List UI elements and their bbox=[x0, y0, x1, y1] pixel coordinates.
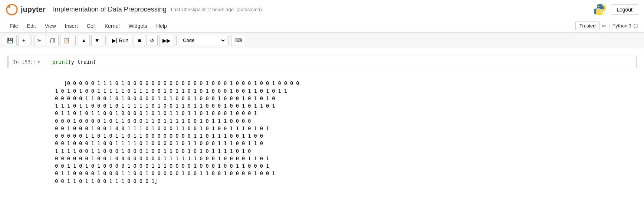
output-line-9: 1 1 1 1 0 0 1 1 0 0 0 1 0 0 0 1 0 0 1 1 … bbox=[52, 148, 251, 154]
stop-button[interactable]: ■ bbox=[134, 35, 145, 46]
cell-label-area: In [53]: ▶ bbox=[9, 56, 49, 68]
toolbar: 💾 + ✂ 📋 ▲ ▼ ▶| Run ■ ↺ ▶▶ Code Markdown … bbox=[0, 33, 644, 48]
python-logo-icon bbox=[593, 3, 607, 16]
output-line-7: 0 0 0 0 0 1 1 0 1 0 1 1 0 1 1 0 0 0 0 0 … bbox=[52, 133, 263, 139]
run-button[interactable]: ▶| Run bbox=[108, 35, 132, 46]
move-up-button[interactable]: ▲ bbox=[78, 35, 90, 46]
jupyter-logo: jupyter bbox=[6, 4, 46, 16]
output-line-5: 0 0 0 1 0 0 0 0 1 0 1 1 0 0 0 1 1 0 1 1 … bbox=[52, 118, 251, 124]
trusted-button[interactable]: Trusted bbox=[575, 22, 600, 30]
kernel-divider: | bbox=[609, 23, 610, 29]
svg-point-2 bbox=[598, 6, 599, 7]
output-line-12: 0 1 1 0 0 0 0 1 0 0 0 1 1 0 0 1 0 0 0 0 … bbox=[52, 170, 275, 176]
toolbar-sep-5 bbox=[229, 36, 229, 45]
menu-insert[interactable]: Insert bbox=[61, 22, 82, 30]
header-right: Logout bbox=[593, 3, 638, 16]
output-line-10: 0 0 0 0 0 0 1 0 0 1 0 0 0 0 0 0 0 0 1 1 … bbox=[52, 155, 269, 161]
save-button[interactable]: 💾 bbox=[4, 35, 17, 46]
cell-label: In [53]: bbox=[13, 59, 36, 65]
menubar: File Edit View Insert Cell Kernel Widget… bbox=[0, 19, 644, 33]
restart-button[interactable]: ↺ bbox=[147, 35, 158, 46]
menu-widgets[interactable]: Widgets bbox=[125, 22, 151, 30]
kernel-info: Python 3 bbox=[612, 23, 638, 29]
paste-button[interactable]: 📋 bbox=[60, 35, 73, 46]
output-line-3: 1 1 1 0 1 1 0 0 0 1 0 1 1 1 1 1 0 1 0 0 … bbox=[52, 103, 275, 109]
move-down-button[interactable]: ▼ bbox=[91, 35, 103, 46]
svg-point-0 bbox=[7, 4, 17, 15]
jupyter-logo-svg bbox=[6, 4, 18, 16]
output-area: [0 0 0 0 0 1 1 1 0 1 0 0 0 0 0 0 0 0 0 0… bbox=[7, 68, 637, 196]
menu-view[interactable]: View bbox=[41, 22, 60, 30]
menubar-right: Trusted ✏ | Python 3 bbox=[575, 22, 638, 30]
checkpoint-info: Last Checkpoint: 2 hours ago (autosaved) bbox=[171, 7, 262, 12]
edit-icon[interactable]: ✏ bbox=[602, 23, 607, 29]
jupyter-wordmark: jupyter bbox=[21, 5, 46, 14]
svg-rect-5 bbox=[50, 39, 54, 43]
kernel-status-circle bbox=[634, 24, 638, 28]
run-label: Run bbox=[119, 37, 128, 43]
menu-file[interactable]: File bbox=[6, 22, 22, 30]
notebook: In [53]: ▶ print(y_train) [0 0 0 0 0 1 1… bbox=[0, 48, 644, 203]
run-cell-indicator[interactable]: ▶ bbox=[38, 59, 40, 64]
svg-point-3 bbox=[601, 12, 602, 13]
header: jupyter Implementation of Data Preproces… bbox=[0, 0, 644, 19]
cut-button[interactable]: ✂ bbox=[34, 35, 45, 46]
copy-icon bbox=[50, 38, 55, 43]
svg-point-1 bbox=[8, 6, 10, 8]
output-line-1: 1 0 1 0 1 0 0 1 1 1 1 1 0 1 1 1 0 0 1 0 … bbox=[52, 88, 287, 94]
toolbar-sep-3 bbox=[105, 36, 106, 45]
output-line-4: 0 1 1 0 1 0 1 1 0 0 1 0 0 0 0 1 0 1 0 1 … bbox=[52, 110, 257, 116]
fast-forward-button[interactable]: ▶▶ bbox=[159, 35, 174, 46]
keyword-print: print bbox=[52, 59, 68, 65]
output-line-2: 0 0 0 0 0 1 1 0 0 1 0 1 0 0 0 0 0 1 0 1 … bbox=[52, 95, 275, 101]
notebook-title: Implementation of Data Preprocessing bbox=[53, 6, 167, 13]
output-line-11: 0 0 1 1 0 1 0 1 0 0 0 0 1 0 0 0 1 1 1 0 … bbox=[52, 163, 269, 169]
output-line-13: 0 0 1 1 0 1 1 0 0 1 1 1 0 0 0 0 1] bbox=[52, 178, 157, 184]
output-line-6: 0 0 1 0 0 0 1 0 0 1 0 0 1 1 1 0 1 0 0 0 … bbox=[52, 125, 269, 131]
arg-y-train: y_train bbox=[71, 59, 93, 65]
code-cell: In [53]: ▶ print(y_train) bbox=[7, 56, 637, 68]
menu-edit[interactable]: Edit bbox=[23, 22, 40, 30]
menu-kernel[interactable]: Kernel bbox=[101, 22, 123, 30]
toolbar-sep-2 bbox=[75, 36, 76, 45]
keyboard-shortcuts-button[interactable]: ⌨ bbox=[231, 35, 245, 46]
add-cell-button[interactable]: + bbox=[18, 35, 29, 46]
toolbar-sep-1 bbox=[32, 36, 32, 45]
toolbar-sep-4 bbox=[176, 36, 177, 45]
copy-button[interactable] bbox=[47, 35, 59, 46]
output-line-8: 0 0 1 0 0 0 1 1 0 0 1 1 1 1 0 1 0 0 0 0 … bbox=[52, 140, 263, 146]
cell-type-select[interactable]: Code Markdown Raw NBConvert Heading bbox=[179, 35, 226, 46]
logout-button[interactable]: Logout bbox=[611, 4, 638, 15]
menu-cell[interactable]: Cell bbox=[83, 22, 99, 30]
menu-help[interactable]: Help bbox=[152, 22, 171, 30]
run-icon: ▶| bbox=[112, 37, 118, 43]
cell-input[interactable]: print(y_train) bbox=[49, 56, 636, 68]
output-line-0: [0 0 0 0 0 1 1 1 0 1 0 0 0 0 0 0 0 0 0 0… bbox=[64, 80, 299, 86]
